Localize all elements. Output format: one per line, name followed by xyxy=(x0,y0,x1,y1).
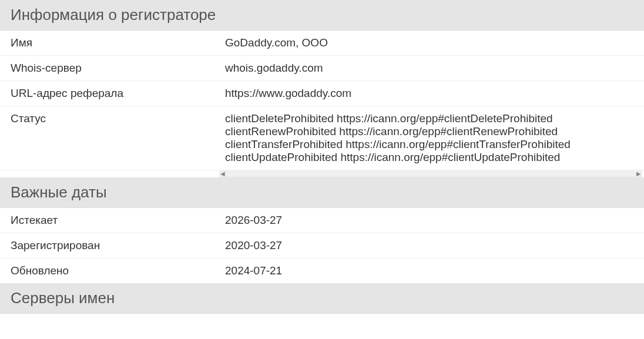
registered-label: Зарегистрирован xyxy=(11,239,225,252)
updated-label: Обновлено xyxy=(11,264,225,277)
updated-row: Обновлено 2024-07-21 xyxy=(0,259,644,283)
status-row: Статус clientDeleteProhibited https://ic… xyxy=(0,106,644,170)
registrar-name-label: Имя xyxy=(11,36,225,49)
nameservers-section-title: Серверы имен xyxy=(0,283,644,314)
expires-label: Истекает xyxy=(11,214,225,227)
registrar-name-row: Имя GoDaddy.com, ООО xyxy=(0,31,644,56)
status-value: clientDeleteProhibited https://icann.org… xyxy=(225,112,633,164)
whois-server-row: Whois-сервер whois.godaddy.com xyxy=(0,56,644,81)
whois-server-value: whois.godaddy.com xyxy=(225,62,633,75)
status-line-2: clientRenewProhibited https://icann.org/… xyxy=(225,125,633,138)
nameservers-section: Серверы имен xyxy=(0,283,644,314)
updated-value: 2024-07-21 xyxy=(225,264,633,277)
scroll-right-arrow-icon[interactable]: ▶ xyxy=(635,170,642,177)
expires-row: Истекает 2026-03-27 xyxy=(0,208,644,233)
status-line-4: clientUpdateProhibited https://icann.org… xyxy=(225,151,633,164)
registrar-info-section: Информация о регистраторе Имя GoDaddy.co… xyxy=(0,0,644,177)
registered-row: Зарегистрирован 2020-03-27 xyxy=(0,233,644,259)
dates-section-title: Важные даты xyxy=(0,177,644,208)
important-dates-section: Важные даты Истекает 2026-03-27 Зарегист… xyxy=(0,177,644,283)
horizontal-scrollbar[interactable]: ◀ ▶ xyxy=(219,170,642,177)
registered-value: 2020-03-27 xyxy=(225,239,633,252)
status-line-3: clientTransferProhibited https://icann.o… xyxy=(225,138,633,151)
expires-value: 2026-03-27 xyxy=(225,214,633,227)
registrar-section-title: Информация о регистраторе xyxy=(0,0,644,31)
scroll-left-arrow-icon[interactable]: ◀ xyxy=(219,170,226,177)
referral-url-value: https://www.godaddy.com xyxy=(225,87,633,100)
whois-server-label: Whois-сервер xyxy=(11,62,225,75)
status-label: Статус xyxy=(11,112,225,164)
referral-url-label: URL-адрес реферала xyxy=(11,87,225,100)
registrar-name-value: GoDaddy.com, ООО xyxy=(225,36,633,49)
referral-url-row: URL-адрес реферала https://www.godaddy.c… xyxy=(0,81,644,106)
status-line-1: clientDeleteProhibited https://icann.org… xyxy=(225,112,633,125)
